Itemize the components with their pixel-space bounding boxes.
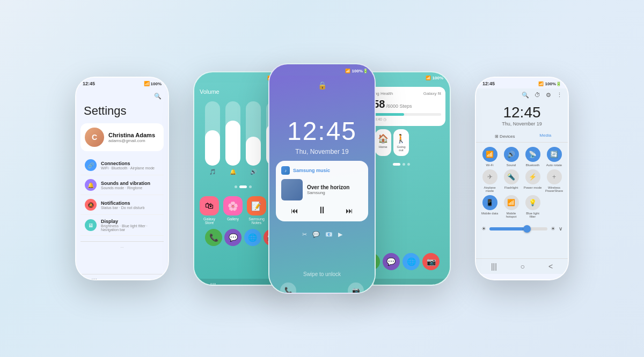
lock-bottom-icons: 📞 📷 — [269, 282, 375, 294]
quick-action-going[interactable]: 🚶 Going out — [393, 129, 409, 156]
music-card: ♪ Samsung music Over the horizon Samsung… — [276, 161, 368, 221]
nav-menu-panel[interactable]: ||| — [491, 262, 497, 271]
brightness-knob[interactable] — [523, 225, 531, 233]
app-galaxy-store[interactable]: 🛍 Galaxy Store — [200, 196, 219, 225]
slider-fill-1 — [205, 130, 220, 166]
nav-back-panel[interactable]: < — [548, 262, 553, 271]
mobiledata-label: Mobile data — [481, 212, 498, 215]
lock-signal-icon: 📶 100%🔋 — [345, 69, 368, 73]
brightness-low-icon: ☀ — [481, 226, 486, 232]
toggle-mobiledata[interactable]: 📱 Mobile data — [480, 195, 499, 218]
pause-button[interactable]: ⏸ — [317, 205, 327, 216]
search-icon[interactable]: 🔍 — [154, 93, 162, 100]
dot-1 — [235, 185, 237, 188]
notif-scissors-icon: ✂ — [302, 231, 307, 238]
power-label: Power mode — [524, 186, 542, 189]
signal-icon: 📶 — [144, 81, 150, 86]
goingout-icon: 🚶 — [396, 133, 406, 144]
brightness-slider[interactable] — [489, 227, 547, 230]
airplane-toggle-icon: ✈ — [482, 169, 497, 184]
nav-back-icon[interactable]: < — [149, 278, 153, 280]
music-header: ♪ Samsung music — [281, 166, 363, 175]
settings-item-connections[interactable]: 🔗 Connections WiFi · Bluetooth · Airplan… — [80, 155, 164, 175]
hotspot-toggle-icon: 📶 — [504, 195, 519, 210]
dock-internet[interactable]: 🌐 — [244, 229, 261, 246]
toggle-powermode[interactable]: ⚡ Power mode — [523, 169, 542, 192]
music-controls: ⏮ ⏸ ⏭ — [281, 200, 363, 216]
dock-phone[interactable]: 📞 — [205, 229, 222, 246]
prev-button[interactable]: ⏮ — [291, 206, 298, 215]
toggle-autorotate[interactable]: 🔄 Auto rotate — [545, 147, 564, 167]
notes-icon: 📝 — [247, 196, 266, 215]
toggle-bluelight[interactable]: 💡 Blue light filter — [523, 195, 542, 218]
status-icons-home: 📶 100% — [426, 76, 443, 80]
music-title: Over the horizon — [307, 184, 349, 190]
home-dock-messages[interactable]: 💬 — [383, 253, 400, 270]
nav-menu-icon[interactable]: ||| — [91, 278, 97, 280]
health-goal: /6000 Steps — [386, 103, 412, 109]
panel-settings-icon[interactable]: ⚙ — [546, 92, 551, 99]
nav-home-panel[interactable]: ○ — [521, 262, 525, 271]
brightness-fill — [489, 227, 524, 230]
tab-devices[interactable]: ⊞ Devices — [493, 133, 517, 140]
notifications-title: Notifications — [101, 200, 144, 206]
quick-action-home[interactable]: 🏠 Home — [375, 129, 391, 156]
status-bar-lock: 📶 100%🔋 — [269, 64, 375, 76]
nav-home-home[interactable]: ○ — [400, 282, 404, 286]
gallery-icon: 🌸 — [223, 196, 243, 215]
brightness-row: ☀ ☀ ∨ — [476, 222, 568, 235]
dock-messages[interactable]: 💬 — [224, 229, 241, 246]
sounds-icon: 🔔 — [85, 179, 97, 191]
panel-time: 12:45 Thu, November 19 — [476, 102, 568, 131]
phone-lockscreen: 📶 100%🔋 🔒 12:45 Thu, November 19 ♪ Samsu… — [268, 63, 376, 294]
slider-icon-3: 🔊 — [250, 169, 257, 175]
toggle-bluetooth[interactable]: 📡 Bluetooth — [523, 147, 542, 167]
rotate-label: Auto rotate — [546, 163, 562, 167]
profile-row[interactable]: C Christina Adams adams@gmail.com — [80, 123, 164, 151]
power-toggle-icon: ⚡ — [525, 169, 540, 184]
volume-slider-2[interactable]: 🔔 — [225, 101, 240, 175]
mobiledata-toggle-icon: 📱 — [482, 195, 497, 210]
panel-date-display: Thu, November 19 — [476, 121, 568, 127]
nav-home-icon[interactable]: ○ — [121, 278, 125, 280]
wifi-label: Wi-Fi — [486, 163, 494, 167]
nav-back-home[interactable]: < — [429, 282, 434, 286]
settings-item-notifications[interactable]: 🔕 Notifications Status bar · Do not dist… — [80, 195, 164, 215]
settings-item-sounds[interactable]: 🔔 Sounds and vibration Sounds mode · Rin… — [80, 175, 164, 195]
phones-container: 12:45 📶 100% 🔍 Settings C Christina Adam… — [0, 0, 644, 357]
lock-camera-shortcut[interactable]: 📷 — [348, 282, 364, 294]
nav-home-volume[interactable]: ○ — [241, 282, 246, 286]
panel-search-icon[interactable]: 🔍 — [522, 92, 529, 99]
nav-menu-volume[interactable]: ||| — [210, 282, 216, 286]
phone-quickpanel: 12:45 📶 100%🔋 🔍 ⏱ ⚙ ⋮ 12:45 Thu, Novembe… — [475, 77, 569, 280]
home-dock-internet[interactable]: 🌐 — [402, 253, 420, 270]
health-badge: Galaxy fit — [423, 91, 441, 96]
avatar: C — [85, 128, 104, 147]
panel-timer-icon[interactable]: ⏱ — [535, 92, 540, 99]
volume-slider-3[interactable]: 🔊 — [246, 101, 261, 175]
toggle-powershare[interactable]: + Wireless PowerShare — [545, 169, 564, 192]
toggle-wifi[interactable]: 📶 Wi-Fi — [480, 147, 499, 167]
settings-item-display[interactable]: 🖥 Display Brightness · Blue light filter… — [80, 215, 164, 236]
panel-more-icon[interactable]: ⋮ — [557, 92, 562, 99]
panel-content: 🔍 ⏱ ⚙ ⋮ 12:45 Thu, November 19 ⊞ Devices… — [476, 88, 568, 274]
toggle-airplane[interactable]: ✈ Airplane mode — [480, 169, 499, 192]
home-dock-camera[interactable]: 📷 — [422, 253, 440, 270]
app-gallery[interactable]: 🌸 Gallery — [223, 196, 243, 225]
dot-active — [239, 185, 247, 188]
panel-tabs: ⊞ Devices Media — [476, 131, 568, 143]
lock-phone-shortcut[interactable]: 📞 — [280, 282, 296, 294]
toggle-hotspot[interactable]: 📶 Mobile hotspot — [502, 195, 521, 218]
toggle-flashlight[interactable]: 🔦 Flashlight — [502, 169, 521, 192]
volume-slider-1[interactable]: 🎵 — [205, 101, 220, 175]
connections-sub: WiFi · Bluetooth · Airplane mode — [101, 166, 155, 170]
status-time-panel: 12:45 — [482, 81, 495, 86]
tab-media[interactable]: Media — [539, 133, 551, 140]
brightness-expand-icon[interactable]: ∨ — [559, 226, 562, 232]
notif-message-icon: 💬 — [312, 231, 320, 238]
app-notes[interactable]: 📝 Samsung Notes — [247, 196, 266, 225]
next-button[interactable]: ⏭ — [346, 206, 353, 215]
slider-fill-2 — [225, 121, 240, 166]
toggle-sound[interactable]: 🔊 Sound — [502, 147, 521, 167]
music-app-icon: ♪ — [281, 166, 290, 175]
